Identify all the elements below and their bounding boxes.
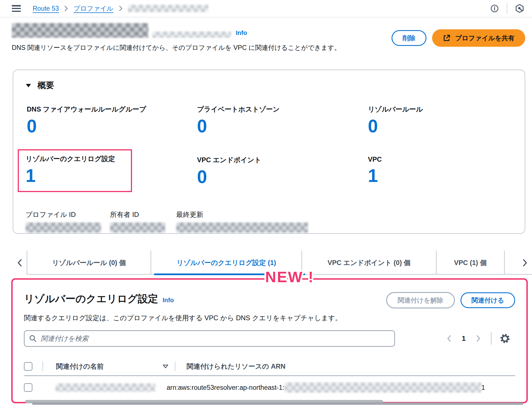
tab-vpcs[interactable]: VPC (1) 個 (437, 251, 504, 275)
top-navigation-bar: Route 53 プロファイル (0, 0, 532, 17)
toolbar-divider (491, 332, 491, 345)
breadcrumb: Route 53 プロファイル (33, 4, 208, 13)
page-title-redacted-sub (152, 32, 231, 38)
owner-id-redacted (110, 222, 165, 233)
external-link-icon (443, 34, 451, 42)
stat-private-hosted-zones: プライベートホストゾーン 0 (196, 104, 367, 136)
resource-arn-cell: arn:aws:route53resolver:ap-northeast-1:1 (155, 382, 515, 393)
page-horizontal-scrollbar[interactable] (32, 402, 523, 405)
route53-profile-page: Route 53 プロファイル (0, 0, 532, 405)
overview-header[interactable]: 概要 (26, 80, 512, 91)
new-annotation-badge: NEW ! (265, 268, 314, 286)
share-profile-button[interactable]: プロファイルを共有 (432, 29, 525, 47)
stat-resolver-query-log-configs: リゾルバーのクエリログ設定 1 (26, 154, 196, 192)
profile-id-field: プロファイル ID (26, 210, 110, 233)
panel-description: 関連するクエリログ設定は、このプロファイルを使用する VPC から DNS クエ… (24, 313, 515, 322)
stat-dns-firewall-rule-groups: DNS ファイアウォールルールグループ 0 (26, 104, 196, 136)
overview-stats-row1: DNS ファイアウォールルールグループ 0 プライベートホストゾーン 0 リゾル… (26, 104, 512, 136)
topbar-divider (507, 3, 507, 14)
tab-resolver-rules[interactable]: リゾルバールール (0) 個 (27, 251, 151, 275)
next-page-icon[interactable] (473, 333, 483, 344)
stat-resolver-rules: リゾルバールール 0 (367, 104, 512, 136)
row-checkbox[interactable] (24, 383, 32, 392)
overview-card: 概要 DNS ファイアウォールルールグループ 0 プライベートホストゾーン 0 … (13, 70, 525, 234)
arn-redacted (284, 382, 481, 393)
stat-value: 0 (197, 117, 280, 135)
column-header-association-name[interactable]: 関連付けの名前 (56, 362, 104, 371)
tab-vpc-endpoints[interactable]: VPC エンドポイント (0) 個 (302, 251, 436, 275)
breadcrumb-route53-link[interactable]: Route 53 (33, 5, 59, 12)
panel-actions: 関連付けを解除 関連付ける (386, 292, 515, 308)
arn-prefix: arn:aws:route53resolver:ap-northeast-1: (167, 384, 284, 391)
arn-suffix: 1 (481, 384, 485, 391)
stat-vpc-endpoints: VPC エンドポイント 0 (196, 154, 367, 192)
topbar-actions (490, 3, 524, 14)
panel-toolbar: 1 (24, 330, 515, 347)
header-actions: 削除 プロファイルを共有 (392, 29, 525, 47)
stat-value: 0 (27, 117, 146, 135)
query-log-configs-panel: リゾルバーのクエリログ設定 Info 関連付けを解除 関連付ける 関連するクエリ… (11, 278, 528, 403)
page-header: Info DNS 関連リソースをプロファイルに関連付けてから、そのプロファイルを… (12, 23, 525, 52)
overview-meta-row: プロファイル ID 所有者 ID 最終更新 (26, 210, 512, 233)
panel-header: リゾルバーのクエリログ設定 Info 関連付けを解除 関連付ける (24, 292, 515, 308)
info-circle-icon[interactable] (490, 4, 499, 13)
tabs-scroll-right-icon[interactable] (518, 251, 532, 275)
stat-value: 1 (26, 167, 124, 185)
stat-value: 0 (197, 168, 261, 186)
search-input[interactable] (24, 330, 395, 347)
title-info-link[interactable]: Info (236, 29, 247, 37)
search-icon (29, 335, 37, 342)
stat-vpcs: VPC 1 (367, 154, 512, 192)
pagination: 1 (444, 332, 515, 345)
pink-highlight-box: リゾルバーのクエリログ設定 1 (18, 149, 132, 192)
attach-button[interactable]: 関連付ける (461, 292, 515, 308)
breadcrumb-chevron-icon (119, 5, 123, 12)
stat-value: 0 (368, 117, 423, 135)
page-title-block: Info DNS 関連リソースをプロファイルに関連付けてから、そのプロファイルを… (12, 23, 341, 52)
profile-id-redacted (26, 222, 101, 233)
page-description: DNS 関連リソースをプロファイルに関連付けてから、そのプロファイルを VPC … (12, 43, 341, 52)
panel-title: リゾルバーのクエリログ設定 (24, 292, 158, 306)
breadcrumb-profiles-link[interactable]: プロファイル (73, 4, 113, 13)
association-name-redacted (55, 383, 155, 392)
delete-button[interactable]: 削除 (392, 30, 426, 46)
cloudshell-hexagon-icon[interactable] (515, 4, 524, 13)
tabs-scroll-left-icon[interactable] (13, 251, 27, 275)
select-all-checkbox[interactable] (24, 362, 32, 371)
previous-page-icon[interactable] (444, 333, 454, 344)
sort-triangle-icon[interactable] (162, 364, 169, 369)
page-title-redacted (12, 23, 148, 38)
breadcrumb-current-redacted (128, 5, 208, 12)
overview-title: 概要 (37, 80, 54, 91)
collapse-triangle-icon (26, 83, 31, 88)
breadcrumb-chevron-icon (64, 5, 68, 12)
last-updated-redacted (176, 222, 308, 233)
current-page-number[interactable]: 1 (462, 335, 466, 342)
tab-divider (504, 251, 505, 275)
column-header-resource-arn: 関連付けられたリソースの ARN (187, 362, 285, 370)
last-updated-field: 最終更新 (176, 210, 308, 233)
panel-info-link[interactable]: Info (162, 297, 174, 304)
stat-value: 1 (368, 167, 382, 185)
table-header-row: 関連付けの名前 関連付けられたリソースの ARN (24, 357, 515, 376)
table-row: arn:aws:route53resolver:ap-northeast-1:1 (24, 376, 515, 399)
hamburger-menu-icon[interactable] (12, 5, 21, 12)
owner-id-field: 所有者 ID (110, 210, 176, 233)
detach-button[interactable]: 関連付けを解除 (386, 292, 455, 308)
settings-gear-icon[interactable] (499, 333, 511, 344)
overview-stats-row2: リゾルバーのクエリログ設定 1 VPC エンドポイント 0 VPC 1 (26, 154, 512, 192)
search-box (24, 330, 395, 347)
